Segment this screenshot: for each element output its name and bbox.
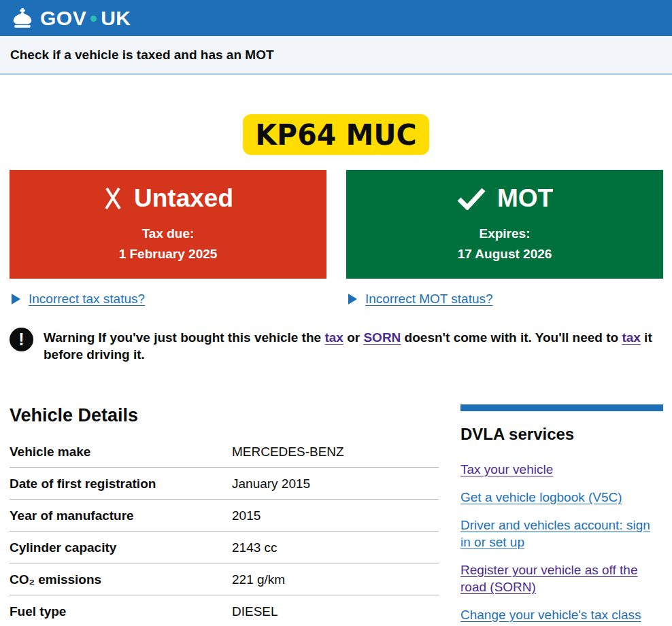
logo-dot bbox=[90, 16, 97, 22]
sidebar-link-driver-vehicles-account[interactable]: Driver and vehicles account: sign in or … bbox=[460, 517, 663, 551]
sidebar-link-tax-your-vehicle[interactable]: Tax your vehicle bbox=[460, 461, 663, 478]
govuk-logotype: GOV UK bbox=[40, 7, 131, 30]
row-label: Date of first registration bbox=[10, 477, 232, 490]
row-value: 2015 bbox=[232, 509, 439, 522]
mot-expires-label: Expires: bbox=[480, 224, 531, 244]
warning-text: Warning If you've just bought this vehic… bbox=[44, 328, 662, 363]
govuk-logo[interactable]: GOV UK bbox=[10, 7, 131, 30]
logo-gov-text: GOV bbox=[40, 7, 86, 30]
dvla-services-sidebar: DVLA services Tax your vehicle Get a veh… bbox=[460, 404, 663, 626]
row-value: January 2015 bbox=[232, 477, 439, 490]
table-row: Vehicle make MERCEDES-BENZ bbox=[10, 436, 439, 468]
row-label: Cylinder capacity bbox=[10, 541, 232, 554]
sidebar-link-vehicle-logbook[interactable]: Get a vehicle logbook (V5C) bbox=[460, 489, 663, 506]
service-title: Check if a vehicle is taxed and has an M… bbox=[10, 48, 274, 63]
number-plate: KP64 MUC bbox=[243, 114, 429, 155]
crown-icon bbox=[10, 8, 35, 29]
table-row: Year of manufacture 2015 bbox=[10, 500, 439, 532]
service-title-bar: Check if a vehicle is taxed and has an M… bbox=[0, 36, 672, 75]
tax-status-title: Untaxed bbox=[134, 184, 233, 213]
disclosure-triangle-icon bbox=[12, 294, 20, 305]
incorrect-tax-status-disclosure[interactable]: Incorrect tax status? bbox=[10, 292, 326, 307]
row-label: CO₂ emissions bbox=[10, 573, 232, 586]
incorrect-status-links: Incorrect tax status? Incorrect MOT stat… bbox=[10, 292, 663, 307]
warning-text-part: Warning If you've just bought this vehic… bbox=[44, 330, 324, 345]
status-panels: Untaxed Tax due: 1 February 2025 MOT Exp… bbox=[10, 170, 663, 279]
row-label: Vehicle make bbox=[10, 445, 232, 458]
sidebar-link-change-tax-class[interactable]: Change your vehicle's tax class bbox=[460, 606, 663, 623]
logo-uk-text: UK bbox=[101, 7, 131, 30]
warning-tax-link-2[interactable]: tax bbox=[622, 330, 640, 345]
warning-notice: ! Warning If you've just bought this veh… bbox=[10, 328, 662, 363]
mot-status-panel: MOT Expires: 17 August 2026 bbox=[346, 170, 663, 279]
warning-text-part: doesn't come with it. You'll need to bbox=[401, 330, 622, 345]
govuk-header: GOV UK bbox=[0, 0, 672, 36]
cross-icon bbox=[103, 187, 123, 210]
sidebar-accent-rule bbox=[460, 404, 663, 411]
sidebar-heading: DVLA services bbox=[460, 425, 663, 443]
warning-text-part: or bbox=[343, 330, 364, 345]
incorrect-tax-status-link[interactable]: Incorrect tax status? bbox=[29, 292, 145, 307]
vehicle-details-section: Vehicle Details Vehicle make MERCEDES-BE… bbox=[10, 404, 439, 626]
disclosure-triangle-icon bbox=[348, 294, 357, 305]
exclamation-icon: ! bbox=[10, 328, 33, 351]
table-row: Cylinder capacity 2143 cc bbox=[10, 532, 439, 563]
mot-status-title-row: MOT bbox=[456, 184, 553, 213]
tax-status-panel: Untaxed Tax due: 1 February 2025 bbox=[10, 170, 326, 279]
warning-sorn-link[interactable]: SORN bbox=[363, 330, 401, 345]
tax-due-date: 1 February 2025 bbox=[119, 244, 218, 264]
mot-expiry-date: 17 August 2026 bbox=[458, 244, 552, 264]
incorrect-mot-status-link[interactable]: Incorrect MOT status? bbox=[365, 292, 493, 307]
row-value: DIESEL bbox=[232, 605, 439, 618]
table-row: Date of first registration January 2015 bbox=[10, 468, 439, 500]
row-label: Year of manufacture bbox=[10, 509, 232, 522]
mot-status-title: MOT bbox=[497, 184, 553, 213]
table-row: CO₂ emissions 221 g/km bbox=[10, 563, 439, 595]
row-value: 2143 cc bbox=[232, 541, 439, 554]
table-row: Fuel type DIESEL bbox=[10, 595, 439, 626]
plate-container: KP64 MUC bbox=[0, 114, 672, 155]
warning-tax-link[interactable]: tax bbox=[324, 330, 343, 345]
check-icon bbox=[456, 187, 486, 210]
content-columns: Vehicle Details Vehicle make MERCEDES-BE… bbox=[10, 404, 663, 626]
tax-due-label: Tax due: bbox=[142, 224, 195, 244]
registration-number: KP64 MUC bbox=[255, 118, 416, 152]
row-value: 221 g/km bbox=[232, 573, 439, 586]
row-label: Fuel type bbox=[10, 605, 232, 618]
incorrect-mot-status-disclosure[interactable]: Incorrect MOT status? bbox=[346, 292, 663, 307]
sidebar-link-register-sorn[interactable]: Register your vehicle as off the road (S… bbox=[460, 561, 663, 595]
row-value: MERCEDES-BENZ bbox=[232, 445, 439, 458]
tax-status-title-row: Untaxed bbox=[103, 184, 233, 213]
vehicle-details-heading: Vehicle Details bbox=[10, 404, 439, 426]
